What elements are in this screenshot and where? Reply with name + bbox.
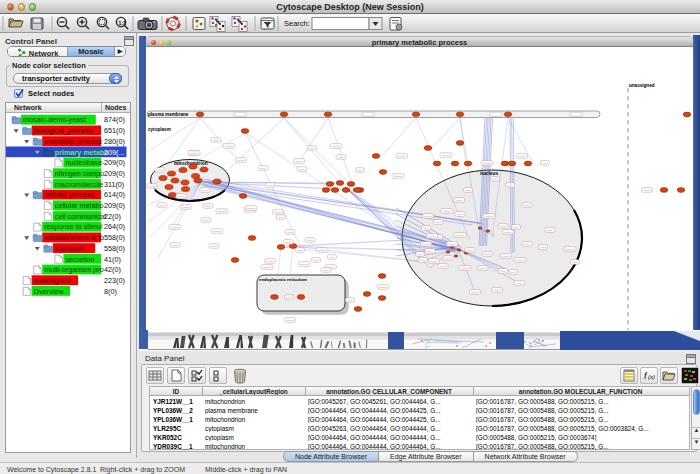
- svg-text:mosaic-demo-yeast: mosaic-demo-yeast: [23, 115, 86, 124]
- svg-text:nucleobase-: nucleobase-: [65, 158, 105, 167]
- svg-text:endoplasmic reticulum: endoplasmic reticulum: [259, 277, 307, 282]
- svg-text:41(0): 41(0): [104, 255, 121, 264]
- svg-text:response to stimul: response to stimul: [44, 222, 103, 231]
- svg-text:209(...: 209(...: [104, 148, 124, 157]
- svg-text:cytoplasm: cytoplasm: [148, 127, 171, 132]
- svg-text:209(0): 209(0): [104, 201, 125, 210]
- svg-text:biological_process: biological_process: [34, 126, 94, 135]
- svg-text:plasma membrane: plasma membrane: [148, 112, 189, 117]
- svg-text:transport: transport: [55, 244, 83, 253]
- svg-text:metabolic process: metabolic process: [44, 137, 102, 146]
- svg-text:cellular process: cellular process: [44, 190, 94, 199]
- svg-text:223(0): 223(0): [104, 276, 125, 285]
- svg-text:unassigned: unassigned: [34, 276, 71, 285]
- svg-text:Search:: Search:: [284, 19, 310, 28]
- svg-text:primary metabo: primary metabo: [55, 148, 110, 157]
- svg-text:209(0): 209(0): [104, 158, 125, 167]
- svg-text:nucleus: nucleus: [480, 171, 498, 176]
- svg-text:macromolecule: macromolecule: [55, 180, 104, 189]
- svg-text:280(0): 280(0): [104, 137, 125, 146]
- svg-text:264(0): 264(0): [104, 222, 125, 231]
- svg-text:209(0): 209(0): [104, 169, 125, 178]
- svg-text:multi-organism pro: multi-organism pro: [44, 265, 104, 274]
- svg-text:8(0): 8(0): [104, 287, 117, 296]
- svg-text:558(0): 558(0): [104, 233, 125, 242]
- svg-text:nitrogen compo: nitrogen compo: [55, 169, 105, 178]
- svg-text:874(0): 874(0): [104, 115, 125, 124]
- svg-text:(x): (x): [648, 374, 655, 380]
- svg-text:311(0): 311(0): [104, 180, 124, 189]
- svg-text:cell communicat: cell communicat: [55, 212, 107, 221]
- svg-text:558(0): 558(0): [104, 244, 125, 253]
- svg-text:secretion: secretion: [65, 255, 94, 264]
- svg-text:42(0): 42(0): [104, 265, 121, 274]
- svg-text:Overview: Overview: [34, 287, 65, 296]
- svg-text:unassigned: unassigned: [629, 83, 655, 88]
- svg-text:651(0): 651(0): [104, 126, 125, 135]
- svg-text:establishment of lo: establishment of lo: [44, 233, 104, 242]
- svg-text:cellular metabo: cellular metabo: [55, 201, 104, 210]
- svg-text:22(0): 22(0): [104, 212, 121, 221]
- svg-text:614(0): 614(0): [104, 190, 125, 199]
